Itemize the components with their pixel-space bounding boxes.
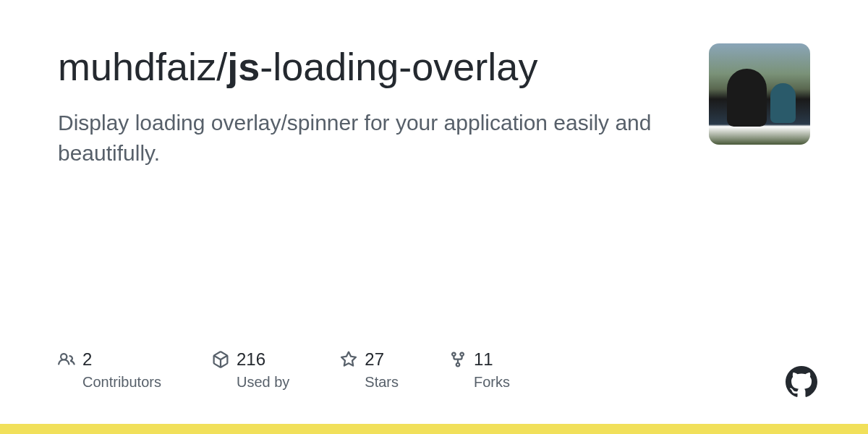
star-icon: [340, 351, 357, 368]
stat-contributors: 2 Contributors: [58, 349, 161, 391]
github-logo-icon: [786, 366, 817, 398]
contributors-label: Contributors: [82, 374, 161, 391]
repo-owner: muhdfaiz: [58, 45, 216, 88]
people-icon: [58, 351, 75, 368]
stars-value: 27: [365, 349, 384, 370]
forks-value: 11: [474, 349, 493, 370]
repo-name-rest: -loading-overlay: [260, 45, 537, 88]
language-bar: [0, 424, 868, 434]
stars-label: Stars: [365, 374, 399, 391]
repo-title: muhdfaiz/js-loading-overlay: [58, 43, 680, 90]
usedby-label: Used by: [237, 374, 289, 391]
package-icon: [212, 351, 229, 368]
usedby-value: 216: [237, 349, 265, 370]
fork-icon: [449, 351, 467, 368]
contributors-value: 2: [82, 349, 92, 370]
stat-usedby: 216 Used by: [212, 349, 289, 391]
stat-stars: 27 Stars: [340, 349, 399, 391]
stats-row: 2 Contributors 216 Used by 27 Stars: [58, 349, 510, 391]
repo-card: muhdfaiz/js-loading-overlay Display load…: [0, 0, 868, 434]
stat-forks: 11 Forks: [449, 349, 510, 391]
header: muhdfaiz/js-loading-overlay Display load…: [58, 43, 810, 169]
forks-label: Forks: [474, 374, 510, 391]
title-block: muhdfaiz/js-loading-overlay Display load…: [58, 43, 709, 169]
repo-name-bold: js: [227, 45, 260, 88]
repo-description: Display loading overlay/spinner for your…: [58, 108, 680, 169]
avatar: [709, 43, 810, 145]
slash: /: [216, 45, 227, 88]
